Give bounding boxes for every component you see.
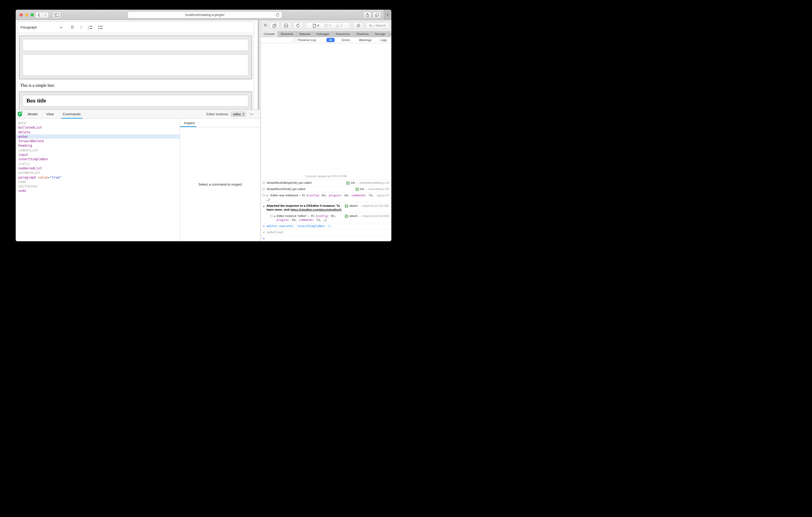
console-input-row[interactable]: > editor.execute( 'insertSimpleBox' ); [261,223,391,229]
tab-inspect[interactable]: Inspect [180,121,195,125]
document-icon [313,24,316,28]
reload-page-button[interactable] [293,22,303,29]
search-field[interactable]: Search [366,22,389,29]
simple-box-title-field[interactable]: Box title [23,95,248,107]
tab-overview-button[interactable] [373,12,381,18]
console-result-row[interactable]: < undefined [261,229,391,236]
chevron-down-icon[interactable] [60,27,62,28]
inspector-toolbar: 4 0 0 Search [261,20,391,31]
close-window-button[interactable] [20,13,23,17]
inspector-tab-storage[interactable]: Storage [372,31,388,37]
command-row-outdentList[interactable]: outdentList [16,171,180,175]
console-filter-errors[interactable]: Errors [340,38,352,42]
command-row-redo[interactable]: redo [16,180,180,184]
paragraph-text[interactable]: This is a simple box: [20,83,251,88]
back-button[interactable] [35,12,42,18]
new-tab-button[interactable]: + [384,10,392,20]
disclosure-triangle-icon[interactable]: ▶ [274,214,276,218]
command-row-enter[interactable]: enter [16,134,180,139]
bold-button[interactable]: B [71,25,74,30]
command-row-paragraph[interactable]: paragraph value="true" [16,175,180,180]
command-row-heading[interactable]: heading [16,143,180,148]
console-log-row[interactable]: finit — essentials.js:35 SimpleBoxUI#ini… [261,186,391,192]
element-picker-button[interactable] [353,22,363,29]
warning-count: 0 [341,24,343,27]
ck-inspector-tab-commands[interactable]: Commands [63,110,81,119]
safari-window: localhost/creating-a-plugin/ + Paragraph [16,10,392,241]
disclosure-open-icon[interactable]: ▼ [263,204,266,209]
inspector-tab-timelines[interactable]: Timelines [353,31,372,37]
paragraph-dropdown[interactable]: Paragraph [21,25,37,29]
command-row-shiftEnter[interactable]: shiftEnter [16,184,180,188]
share-button[interactable] [364,12,371,18]
dock-side-button[interactable] [281,22,291,29]
source-location[interactable]: app.js:31 [377,193,389,197]
console-filter-all[interactable]: All [326,38,335,42]
ckeditor-docs-link[interactable]: https://ckeditor.com/docs/ckeditor5 [290,208,341,211]
chevron-down-icon [373,25,375,26]
console-result-value: undefined [267,231,283,234]
console-log-row-expandable[interactable]: app.js:31 ▶ Editor was initialized – Kl … [261,192,391,203]
command-row-insertSimpleBox[interactable]: insertSimpleBox [16,157,180,161]
console-filter-warnings[interactable]: Warnings [357,38,373,42]
preserve-log-toggle[interactable]: Preserve Log [293,38,316,41]
source-location[interactable]: fattach — inspector.js:133:326 [345,214,389,218]
log-text: SimpleBoxEditing#init() got called [267,181,311,184]
console-log-row-expanded[interactable]: ▼ fattach — inspector.js:133:182 Attache… [261,203,391,213]
forward-button[interactable] [42,12,49,18]
zoom-window-button[interactable] [31,13,34,17]
simple-box-description-field[interactable] [23,55,248,75]
command-row-undo[interactable]: undo [16,188,180,193]
source-location[interactable]: finit — simpleboxediting.js:19 [346,181,389,185]
simple-box-widget-selected[interactable] [19,35,252,79]
collapse-inspector-button[interactable] [249,113,254,116]
bulleted-list-button[interactable] [98,25,103,29]
ck-inspector-tab-view[interactable]: View [46,110,54,119]
command-row-input[interactable]: input [16,152,180,157]
inspect-empty-message: Select a command to inspect [180,127,261,241]
share-icon [366,13,369,17]
command-row-forwardDelete[interactable]: forwardDelete [16,139,180,143]
inspector-tab-overflow-icon[interactable]: » [388,31,392,37]
inspector-tab-elements[interactable]: Elements [278,31,296,37]
disclosure-triangle-icon[interactable]: ▶ [267,194,268,197]
preserve-log-checkbox[interactable] [293,38,296,41]
editor-instance-select[interactable]: editor [231,112,245,117]
log-text: SimpleBoxUI#init() got called [267,187,305,190]
address-bar[interactable]: localhost/creating-a-plugin/ [128,11,282,18]
numbered-list-button[interactable]: 12 [88,25,93,29]
source-location[interactable]: finit — essentials.js:35 [355,187,389,191]
issues-summary-button[interactable]: 4 0 0 [305,22,350,29]
minimize-window-button[interactable] [25,13,28,17]
command-row-delete[interactable]: delete [16,130,180,134]
function-badge-icon: f [355,188,359,191]
console-log-row[interactable]: finit — simpleboxediting.js:19 SimpleBox… [261,180,391,186]
reload-icon[interactable] [276,13,280,17]
italic-button[interactable]: I [80,25,82,30]
svg-text:5: 5 [21,111,22,114]
console-log-row-nested[interactable]: ▶ fattach — inspector.js:133:326 Editor … [261,213,391,223]
inspector-tab-resources[interactable]: Resources [333,31,353,37]
inspector-tab-console[interactable]: Console [261,31,278,37]
ck-inspector-tab-model[interactable]: Model [28,110,37,119]
command-row-indentList[interactable]: indentList [16,148,180,152]
command-row-numberedList[interactable]: numberedList [16,166,180,171]
command-row-italic[interactable]: italic [16,161,180,166]
preserve-log-label: Preserve Log [298,38,316,41]
command-row-bold[interactable]: bold [16,121,180,125]
inspector-tab-debugger[interactable]: Debugger [313,31,333,37]
console-prompt-row[interactable]: > [261,236,391,241]
inspector-tab-network[interactable]: Network [296,31,313,37]
close-inspector-button[interactable] [264,24,267,27]
svg-text:2: 2 [88,27,89,29]
console-filter-logs[interactable]: Logs [379,38,388,42]
function-badge-icon: f [345,204,348,208]
search-icon [369,24,372,27]
source-location[interactable]: fattach — inspector.js:133:182 [345,204,389,208]
sidebar-toggle-button[interactable] [53,12,61,18]
error-octagon-icon [324,24,328,27]
simple-box-title-field[interactable] [23,39,248,51]
dock-icon [284,24,288,27]
detach-inspector-button[interactable] [269,22,279,29]
command-row-bulletedList[interactable]: bulletedList [16,125,180,130]
